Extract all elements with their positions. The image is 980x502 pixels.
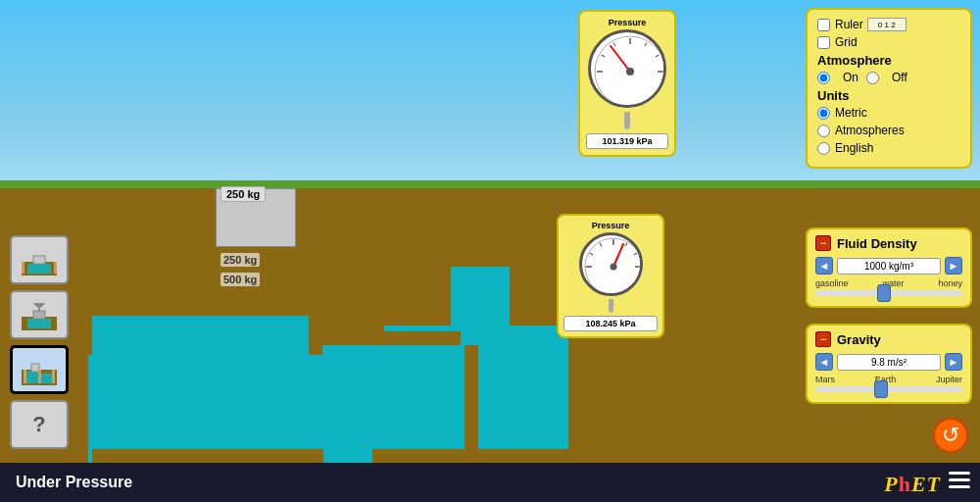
floor-left [92, 449, 323, 463]
footer-bar: Under Pressure PhET [0, 463, 980, 502]
fluid-density-increase[interactable]: ► [945, 257, 962, 275]
atmosphere-off-label: Off [892, 71, 907, 84]
step-vert [465, 345, 478, 449]
svg-rect-36 [38, 370, 41, 383]
svg-point-9 [626, 68, 634, 75]
english-label: English [835, 141, 873, 155]
pressure-gauge-scene: Pressure 108.245 kPa [557, 214, 664, 338]
scenario-btn-2[interactable] [10, 290, 69, 339]
grid-row: Grid [817, 35, 960, 49]
gravity-panel: − Gravity ◄ 9.8 m/s² ► Mars Earth Jupite… [806, 324, 972, 404]
gravity-collapse[interactable]: − [815, 331, 831, 347]
svg-rect-23 [22, 262, 24, 274]
gravity-track[interactable] [815, 386, 962, 392]
grid-label: Grid [835, 35, 858, 49]
pressure-gauge-top: Pressure 101.319 kPa [578, 10, 676, 157]
reset-icon: ↺ [942, 423, 959, 448]
atmospheres-radio[interactable] [817, 125, 830, 137]
gravity-header: − Gravity [815, 331, 962, 347]
gravity-label-mars: Mars [815, 375, 835, 384]
pressure-gauge-scene-label: Pressure [564, 221, 658, 230]
pressure-gauge-top-value: 101.319 kPa [586, 133, 668, 149]
fluid-density-control: ◄ 1000 kg/m³ ► [815, 257, 962, 275]
wall-inner-left [309, 237, 322, 355]
pressure-gauge-top-label: Pressure [586, 18, 668, 27]
svg-rect-38 [949, 478, 970, 481]
atmospheres-label: Atmospheres [835, 124, 905, 137]
units-title: Units [817, 88, 960, 103]
wall-left-outer [78, 188, 92, 355]
phet-logo: PhET [884, 472, 941, 497]
menu-icon[interactable] [949, 469, 970, 494]
controls-panel: Ruler 0 1 2 Grid Atmosphere On Off Units… [806, 8, 972, 169]
svg-rect-26 [27, 319, 51, 328]
scenario-buttons: ? [10, 235, 69, 449]
metric-radio[interactable] [817, 107, 830, 120]
svg-rect-33 [31, 364, 39, 372]
weight-top-label: 250 kg [220, 186, 266, 202]
gravity-thumb[interactable] [874, 380, 888, 398]
ruler-image: 0 1 2 [867, 18, 906, 31]
atmosphere-on-radio[interactable] [817, 72, 830, 84]
metric-label: Metric [835, 106, 867, 120]
english-row: English [817, 141, 960, 155]
ruler-checkbox[interactable] [817, 19, 830, 31]
fluid-density-title: Fluid Density [837, 236, 917, 251]
svg-rect-21 [27, 264, 51, 274]
gravity-labels: Mars Earth Jupiter [815, 375, 962, 384]
atmosphere-on-label: On [843, 71, 858, 84]
gauge-stem-top [624, 112, 630, 129]
gauge-stem-scene [609, 299, 613, 313]
gravity-value: 9.8 m/s² [837, 354, 941, 371]
svg-point-19 [610, 264, 616, 271]
fluid-density-label-honey: honey [938, 278, 962, 288]
step-wall [372, 331, 461, 345]
svg-rect-24 [54, 262, 57, 274]
gravity-label-jupiter: Jupiter [936, 375, 962, 384]
metric-row: Metric [817, 106, 960, 120]
fluid-density-track[interactable] [815, 290, 962, 296]
fluid-right-upper [451, 267, 510, 326]
atmosphere-title: Atmosphere [817, 53, 960, 68]
footer-title: Under Pressure [16, 474, 132, 491]
wall-inner-right [370, 237, 384, 335]
ruler-row: Ruler 0 1 2 [817, 18, 960, 31]
fluid-left [88, 316, 314, 463]
pressure-gauge-scene-value: 108.245 kPa [564, 316, 658, 331]
fluid-density-decrease[interactable]: ◄ [815, 257, 833, 275]
svg-marker-29 [33, 303, 45, 307]
grid-checkbox[interactable] [817, 36, 830, 49]
weight-label-2: 500 kg [220, 273, 260, 286]
floor-right [372, 449, 578, 463]
scenario-btn-1[interactable] [10, 235, 69, 284]
svg-rect-22 [33, 256, 45, 264]
gravity-title: Gravity [837, 332, 881, 347]
fluid-density-thumb[interactable] [877, 284, 891, 302]
atmospheres-row: Atmospheres [817, 124, 960, 137]
pressure-gauge-top-dial [588, 29, 666, 108]
svg-rect-39 [949, 485, 970, 488]
fluid-density-collapse[interactable]: − [815, 235, 831, 251]
fluid-mid [314, 345, 372, 463]
gravity-control: ◄ 9.8 m/s² ► [815, 353, 962, 371]
atmosphere-radios: On Off [817, 71, 960, 84]
gravity-decrease[interactable]: ◄ [815, 353, 833, 371]
fluid-density-label-gasoline: gasoline [815, 278, 849, 288]
main-container: 250 kg 250 kg 500 kg Pressure 101 [0, 0, 980, 502]
fluid-density-value: 1000 kg/m³ [837, 258, 941, 275]
svg-rect-34 [24, 370, 26, 383]
pressure-gauge-scene-dial [579, 232, 643, 296]
atmosphere-off-radio[interactable] [866, 72, 879, 84]
svg-rect-35 [52, 370, 55, 383]
fluid-density-header: − Fluid Density [815, 235, 962, 251]
reset-button[interactable]: ↺ [933, 418, 968, 453]
ruler-label: Ruler [835, 18, 863, 31]
scenario-btn-3[interactable] [10, 345, 69, 394]
weight-label-1: 250 kg [220, 253, 260, 267]
english-radio[interactable] [817, 142, 830, 155]
svg-rect-27 [33, 311, 45, 319]
scenario-btn-4[interactable]: ? [10, 400, 69, 449]
fluid-density-panel: − Fluid Density ◄ 1000 kg/m³ ► gasoline … [806, 227, 972, 308]
svg-rect-37 [949, 472, 970, 475]
gravity-increase[interactable]: ► [945, 353, 962, 371]
